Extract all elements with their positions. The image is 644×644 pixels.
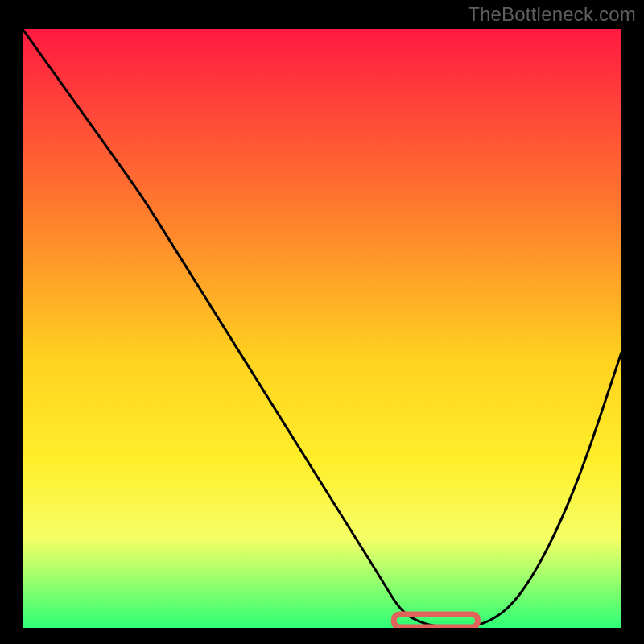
chart-svg (23, 29, 621, 628)
watermark-text: TheBottleneck.com (468, 3, 636, 26)
bottleneck-plot (23, 29, 621, 628)
plot-background (23, 29, 621, 628)
chart-container: TheBottleneck.com (0, 0, 644, 644)
